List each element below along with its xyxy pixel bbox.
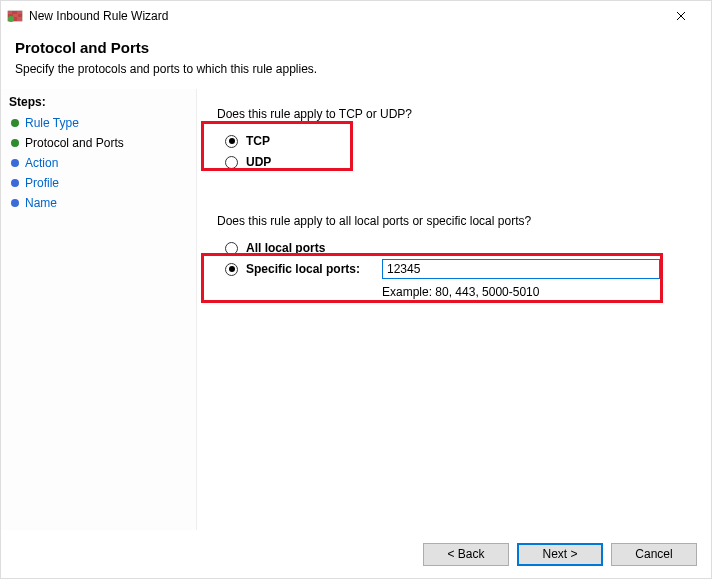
svg-rect-1: [8, 11, 12, 14]
cancel-button[interactable]: Cancel: [611, 543, 697, 566]
step-profile[interactable]: Profile: [9, 173, 188, 193]
tcp-option[interactable]: TCP: [225, 131, 691, 151]
step-bullet-icon: [11, 119, 19, 127]
ports-radio-group: All local ports Specific local ports: Ex…: [225, 238, 691, 299]
step-rule-type[interactable]: Rule Type: [9, 113, 188, 133]
step-action[interactable]: Action: [9, 153, 188, 173]
udp-label: UDP: [246, 155, 271, 169]
wizard-window: New Inbound Rule Wizard Protocol and Por…: [0, 0, 712, 579]
svg-rect-2: [12, 11, 17, 14]
step-name[interactable]: Name: [9, 193, 188, 213]
window-title: New Inbound Rule Wizard: [29, 9, 658, 23]
page-subtitle: Specify the protocols and ports to which…: [15, 62, 697, 76]
firewall-icon: [7, 8, 23, 24]
svg-point-10: [8, 16, 14, 22]
svg-rect-9: [17, 17, 22, 21]
close-button[interactable]: [658, 1, 703, 31]
steps-sidebar: Steps: Rule Type Protocol and Ports Acti…: [1, 89, 197, 530]
specific-local-ports-option[interactable]: Specific local ports:: [225, 259, 691, 279]
tcp-label: TCP: [246, 134, 270, 148]
udp-option[interactable]: UDP: [225, 152, 691, 172]
all-local-ports-option[interactable]: All local ports: [225, 238, 691, 258]
steps-heading: Steps:: [9, 95, 188, 109]
protocol-radio-group: TCP UDP: [225, 131, 691, 172]
svg-rect-6: [18, 14, 22, 17]
step-bullet-icon: [11, 199, 19, 207]
step-bullet-icon: [11, 159, 19, 167]
next-button[interactable]: Next >: [517, 543, 603, 566]
ports-question: Does this rule apply to all local ports …: [217, 214, 691, 228]
radio-icon[interactable]: [225, 242, 238, 255]
radio-icon[interactable]: [225, 156, 238, 169]
step-label: Rule Type: [25, 116, 79, 130]
step-protocol-and-ports: Protocol and Ports: [9, 133, 188, 153]
svg-rect-3: [17, 11, 22, 14]
wizard-footer: < Back Next > Cancel: [1, 530, 711, 578]
radio-icon[interactable]: [225, 135, 238, 148]
step-label: Name: [25, 196, 57, 210]
step-bullet-icon: [11, 139, 19, 147]
wizard-body: Steps: Rule Type Protocol and Ports Acti…: [1, 88, 711, 530]
step-label: Protocol and Ports: [25, 136, 124, 150]
radio-icon[interactable]: [225, 263, 238, 276]
ports-example-text: Example: 80, 443, 5000-5010: [382, 285, 539, 299]
page-title: Protocol and Ports: [15, 39, 697, 56]
back-button[interactable]: < Back: [423, 543, 509, 566]
specific-ports-label: Specific local ports:: [246, 262, 382, 276]
wizard-content: Does this rule apply to TCP or UDP? TCP …: [197, 89, 711, 530]
step-bullet-icon: [11, 179, 19, 187]
protocol-question: Does this rule apply to TCP or UDP?: [217, 107, 691, 121]
titlebar: New Inbound Rule Wizard: [1, 1, 711, 31]
svg-rect-5: [13, 14, 18, 17]
ports-section: Does this rule apply to all local ports …: [217, 214, 691, 299]
step-label: Profile: [25, 176, 59, 190]
specific-ports-input[interactable]: [382, 259, 660, 279]
step-label: Action: [25, 156, 58, 170]
wizard-header: Protocol and Ports Specify the protocols…: [1, 31, 711, 88]
all-ports-label: All local ports: [246, 241, 325, 255]
